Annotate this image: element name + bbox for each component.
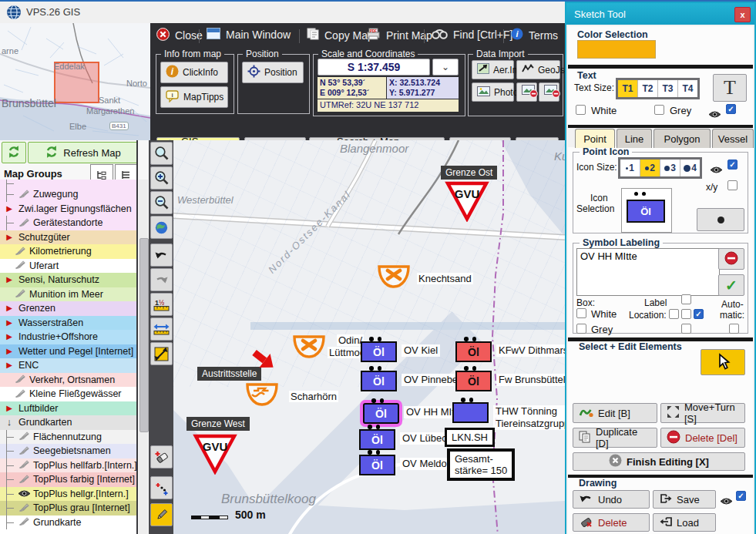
pencil-tool-button[interactable] xyxy=(150,503,173,526)
layer-row-fl-chennutzung[interactable]: Flächennutzung xyxy=(0,430,136,445)
undo-button[interactable]: Undo xyxy=(573,490,650,509)
load-button[interactable]: Load xyxy=(653,513,716,532)
label-loc-top-checkbox[interactable] xyxy=(681,294,691,304)
text-white-checkbox[interactable] xyxy=(576,105,586,115)
layer-row-zuwegung[interactable]: Zuwegung xyxy=(0,187,136,202)
shield-cross-symbol[interactable] xyxy=(376,263,412,294)
print-map-button[interactable]: PDFPrint Map xyxy=(366,28,432,42)
unit-symbol-ov-hh-mitte[interactable]: Öl xyxy=(363,403,399,424)
undo-tool-button[interactable] xyxy=(150,243,173,267)
unit-symbol-ov-pinneberg[interactable]: Öl xyxy=(361,371,397,391)
sketch-tab-polygon[interactable]: Polygon xyxy=(654,129,711,148)
label-loc-center-checkbox[interactable] xyxy=(681,309,691,319)
shield-cross-symbol[interactable] xyxy=(291,333,327,364)
layer-row-ger-testandorte[interactable]: Gerätestandorte xyxy=(0,216,136,230)
layer-row-grundkarten[interactable]: ↓Grundkarten xyxy=(0,415,136,430)
layer-row-munition-im-meer[interactable]: Munition im Meer xyxy=(0,287,136,302)
redo-tool-button[interactable] xyxy=(150,268,173,291)
layer-row-topplus-hellfarb-intern-[interactable]: TopPlus hellfarb.[Intern.] xyxy=(0,458,136,473)
save-button[interactable]: Save xyxy=(653,490,716,509)
map-text-box[interactable]: Gesamt-stärke= 150 xyxy=(447,448,515,481)
duplicate-d-button[interactable]: Duplicate [D] xyxy=(573,428,657,448)
sketch-tab-line[interactable]: Line xyxy=(617,129,652,148)
gvu-triangle-symbol[interactable]: GVU xyxy=(445,180,489,222)
label-loc-bottom-checkbox[interactable] xyxy=(681,324,691,334)
maptipps-button[interactable]: iMapTipps xyxy=(160,86,228,108)
layer-row-kilometrierung[interactable]: Kilometrierung xyxy=(0,244,136,259)
icon-selection-box[interactable]: Öl xyxy=(621,188,672,233)
measure-diag-tool-button[interactable] xyxy=(150,342,173,365)
main-window-button[interactable]: Main Window xyxy=(207,28,291,42)
map-text-box[interactable]: LKN.SH xyxy=(445,428,495,447)
overview-map[interactable]: arneEddelakNortoBrunsbüttelSanktMargaret… xyxy=(0,23,151,140)
icon-size-4[interactable]: 4 xyxy=(680,160,700,176)
layer-row-topplus-hellgr-intern-[interactable]: TopPlus hellgr.[Intern.] xyxy=(0,487,136,502)
refresh-map-button[interactable]: Refresh Map xyxy=(28,142,138,163)
icon-size-3[interactable]: 3 xyxy=(660,160,680,176)
layer-row-wasserstra-en[interactable]: ▶Wasserstraßen xyxy=(0,316,136,331)
label-loc-left-checkbox[interactable] xyxy=(669,309,679,319)
layer-row-enc[interactable]: ▶ENC xyxy=(0,358,136,373)
layer-scrollbar[interactable] xyxy=(139,180,148,534)
text-size-t3[interactable]: T3 xyxy=(658,80,678,97)
dot-style-button[interactable] xyxy=(697,208,744,231)
globe-tool-button[interactable] xyxy=(150,216,173,239)
scale-dropdown-button[interactable]: ⌄ xyxy=(432,59,459,76)
map-annotation-label[interactable]: Knechtsand xyxy=(417,273,473,284)
unit-label[interactable]: Fw Brunsbüttel xyxy=(496,374,565,386)
delete-del-button[interactable]: Delete [Del] xyxy=(660,428,745,448)
magnifier-tool-button[interactable] xyxy=(150,142,173,165)
color-swatch[interactable] xyxy=(577,40,656,59)
layer-row-luftbilder[interactable]: ▶Luftbilder xyxy=(0,401,136,416)
xy-checkbox[interactable] xyxy=(727,180,738,190)
gvu-triangle-symbol[interactable]: GVU xyxy=(193,433,237,475)
layer-row-grenzen[interactable]: ▶Grenzen xyxy=(0,301,136,316)
label-loc-right-checkbox[interactable]: ✓ xyxy=(694,309,704,319)
layer-row-grundkarte[interactable]: Grundkarte xyxy=(0,516,136,530)
sketch-tool-title-bar[interactable]: Sketch Tool xyxy=(566,3,754,25)
layer-row-wetter-und-pegel-internet-[interactable]: ▶Wetter und Pegel [Internet] xyxy=(0,344,136,359)
layer-row-schutzg-ter[interactable]: ▶Schutzgüter xyxy=(0,230,136,245)
layer-row-kleine-flie-gew-sser[interactable]: Kleine Fließgewässer xyxy=(0,387,136,401)
map-annotation-label[interactable]: Odin/ xyxy=(337,334,364,346)
big-text-button[interactable]: T xyxy=(713,74,747,102)
automatic-checkbox[interactable] xyxy=(729,324,739,334)
sketch-tab-point[interactable]: Point xyxy=(575,129,615,148)
scale-value[interactable]: S 1:37.459 xyxy=(318,59,430,76)
layer-row-uferart[interactable]: Uferart xyxy=(0,259,136,274)
geojson-button[interactable]: GeoJson xyxy=(516,60,560,79)
layer-row-seegebietsnamen[interactable]: Seegebietsnamen xyxy=(0,444,136,458)
finish-editing-button[interactable]: Finish Editing [X] xyxy=(573,452,745,471)
layer-row-zwi-lager-eignungsfl-chen[interactable]: ▶Zwi.lager Eignungsflächen xyxy=(0,202,136,217)
unit-symbol-thw-t-nning-tiereinsatzgruppe[interactable] xyxy=(452,402,489,423)
move-turn-s-button[interactable]: Move+Turn [S] xyxy=(660,403,745,423)
exit-point-arrow-symbol[interactable] xyxy=(250,348,281,378)
aerimg-button[interactable]: Aer.Img xyxy=(472,60,514,79)
position-button[interactable]: Position xyxy=(242,62,304,83)
scale-ruler-tool-button[interactable]: 1½ xyxy=(150,293,173,316)
symbol-label-input[interactable] xyxy=(576,248,720,296)
layer-row-verkehr-ortsnamen[interactable]: Verkehr, Ortsnamen xyxy=(0,373,136,388)
unit-label[interactable]: OV Kiel xyxy=(402,344,440,357)
layer-row-topplus-farbig-internet-[interactable]: TopPlus farbig [Internet] xyxy=(0,472,136,487)
copy-map-button[interactable]: Copy Map xyxy=(307,28,374,42)
shield-boat-symbol[interactable] xyxy=(244,381,280,411)
unit-label[interactable]: THW TönningTiereinsatzgruppe xyxy=(493,405,565,430)
box-white-checkbox[interactable] xyxy=(576,308,586,318)
drawing-visible-checkbox[interactable]: ✓ xyxy=(736,491,746,501)
text-size-t1[interactable]: T1 xyxy=(618,80,638,97)
boundary-label[interactable]: Grenze Ost xyxy=(441,166,497,180)
unit-symbol-kfwv-dithmarsche[interactable]: Öl xyxy=(455,341,492,362)
delete-drawing-button[interactable]: Delete xyxy=(573,513,650,532)
text-visible-checkbox[interactable]: ✓ xyxy=(726,104,736,114)
unit-label[interactable]: KFwV Dithmarsche xyxy=(496,344,565,357)
eraser-plus-tool-button[interactable] xyxy=(150,445,173,469)
remove-photo-button[interactable] xyxy=(516,82,537,102)
unit-symbol-ov-l-beck[interactable]: Öl xyxy=(359,429,395,450)
layer-row-sensi-naturschutz[interactable]: ▶Sensi, Naturschutz xyxy=(0,273,136,287)
points-plus-tool-button[interactable] xyxy=(150,476,173,499)
text-size-t4[interactable]: T4 xyxy=(678,80,697,97)
text-grey-checkbox[interactable] xyxy=(654,105,664,115)
photos-button[interactable]: Photos xyxy=(472,82,514,102)
edit-b-button[interactable]: Edit [B] xyxy=(573,403,657,423)
